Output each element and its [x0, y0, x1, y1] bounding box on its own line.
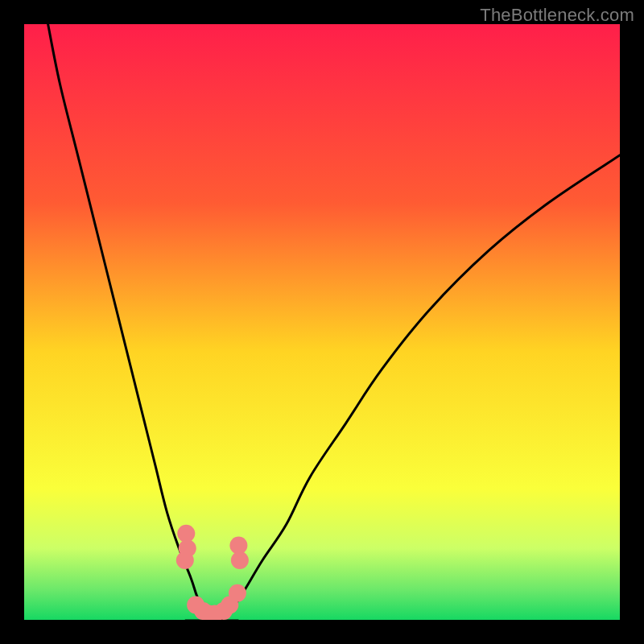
- watermark-text: TheBottleneck.com: [480, 5, 634, 26]
- scatter-dot: [176, 551, 194, 569]
- chart-frame: [24, 24, 620, 620]
- gradient-background: [24, 24, 620, 620]
- scatter-dot: [229, 584, 246, 602]
- scatter-dot: [229, 537, 247, 555]
- bottleneck-chart: [24, 24, 620, 620]
